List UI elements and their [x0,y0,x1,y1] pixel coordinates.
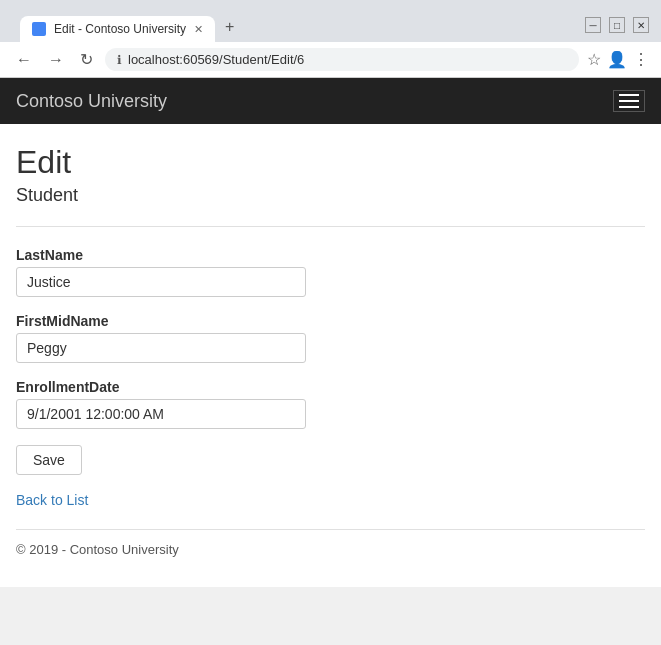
url-text: localhost:60569/Student/Edit/6 [128,52,567,67]
browser-tab[interactable]: Edit - Contoso University ✕ [20,16,215,42]
edit-form: LastName FirstMidName EnrollmentDate Sav… [16,247,645,491]
enrollment-date-label: EnrollmentDate [16,379,645,395]
last-name-label: LastName [16,247,645,263]
last-name-group: LastName [16,247,645,297]
tab-close-button[interactable]: ✕ [194,23,203,36]
tab-title: Edit - Contoso University [54,22,186,36]
menu-icon[interactable]: ⋮ [633,50,649,69]
top-divider [16,226,645,227]
browser-window: Edit - Contoso University ✕ + ─ □ ✕ ← → … [0,0,661,587]
navbar-toggle-button[interactable] [613,90,645,112]
refresh-button[interactable]: ↻ [76,48,97,71]
tab-bar: Edit - Contoso University ✕ + [12,12,252,42]
page-title: Edit [16,144,645,181]
toggle-bar-2 [619,100,639,102]
back-to-list-link[interactable]: Back to List [16,492,88,508]
footer-text: © 2019 - Contoso University [16,542,645,557]
new-tab-button[interactable]: + [215,12,244,42]
close-button[interactable]: ✕ [633,17,649,33]
first-mid-name-label: FirstMidName [16,313,645,329]
back-link-container: Back to List [16,491,645,509]
tab-favicon [32,22,46,36]
first-mid-name-group: FirstMidName [16,313,645,363]
maximize-button[interactable]: □ [609,17,625,33]
address-actions: ☆ 👤 ⋮ [587,50,649,69]
page-content: Edit Student LastName FirstMidName Enrol… [0,124,661,587]
last-name-input[interactable] [16,267,306,297]
footer-divider [16,529,645,530]
toggle-bar-1 [619,94,639,96]
url-bar[interactable]: ℹ localhost:60569/Student/Edit/6 [105,48,579,71]
page-subtitle: Student [16,185,645,206]
browser-titlebar: Edit - Contoso University ✕ + ─ □ ✕ [0,0,661,42]
forward-nav-button[interactable]: → [44,49,68,71]
first-mid-name-input[interactable] [16,333,306,363]
app-brand: Contoso University [16,91,167,112]
lock-icon: ℹ [117,53,122,67]
account-icon[interactable]: 👤 [607,50,627,69]
enrollment-date-input[interactable] [16,399,306,429]
save-button[interactable]: Save [16,445,82,475]
app-navbar: Contoso University [0,78,661,124]
enrollment-date-group: EnrollmentDate [16,379,645,429]
toggle-bar-3 [619,106,639,108]
bookmark-icon[interactable]: ☆ [587,50,601,69]
window-controls: ─ □ ✕ [585,17,649,33]
address-bar: ← → ↻ ℹ localhost:60569/Student/Edit/6 ☆… [0,42,661,78]
minimize-button[interactable]: ─ [585,17,601,33]
back-nav-button[interactable]: ← [12,49,36,71]
